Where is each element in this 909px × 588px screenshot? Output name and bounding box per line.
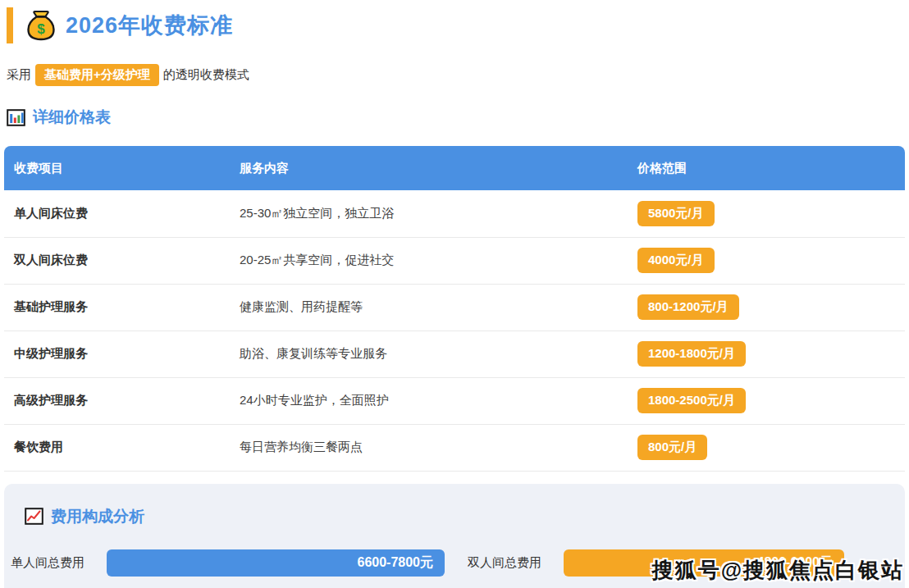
- single-room-total-value: 6600-7800元: [357, 554, 433, 572]
- svg-text:$: $: [37, 21, 45, 37]
- page-header: $ 2026年收费标准: [7, 7, 905, 44]
- price-badge: 4000元/月: [637, 248, 715, 273]
- fee-price-cell: 800元/月: [628, 424, 905, 471]
- cost-analysis-section-header: 费用构成分析: [25, 506, 888, 527]
- table-row: 单人间床位费 25-30㎡独立空间，独立卫浴 5800元/月: [4, 190, 905, 237]
- fee-service: 助浴、康复训练等专业服务: [230, 330, 628, 377]
- col-header-price: 价格范围: [628, 146, 905, 190]
- table-row: 中级护理服务 助浴、康复训练等专业服务 1200-1800元/月: [4, 330, 905, 377]
- fee-item: 双人间床位费: [4, 237, 230, 284]
- single-room-total-bar: 6600-7800元: [107, 549, 445, 577]
- subtitle: 采用 基础费用+分级护理 的透明收费模式: [7, 64, 905, 86]
- fee-price-cell: 1800-2500元/月: [628, 377, 905, 424]
- fee-price-cell: 5800元/月: [628, 190, 905, 237]
- fee-item: 中级护理服务: [4, 330, 230, 377]
- fee-service: 25-30㎡独立空间，独立卫浴: [230, 190, 628, 237]
- subtitle-suffix: 的透明收费模式: [163, 67, 249, 83]
- col-header-service: 服务内容: [230, 146, 628, 190]
- table-row: 基础护理服务 健康监测、用药提醒等 800-1200元/月: [4, 284, 905, 330]
- bar-chart-icon: [7, 109, 25, 126]
- price-table-section-header: 详细价格表: [7, 107, 905, 128]
- fee-item: 高级护理服务: [4, 377, 230, 424]
- price-table: 收费项目 服务内容 价格范围 单人间床位费 25-30㎡独立空间，独立卫浴 58…: [4, 146, 905, 472]
- watermark: 搜狐号@搜狐焦点白银站: [652, 556, 904, 585]
- fee-service: 24小时专业监护，全面照护: [230, 377, 628, 424]
- fee-service: 每日营养均衡三餐两点: [230, 424, 628, 471]
- page-title: 2026年收费标准: [66, 11, 233, 40]
- cost-analysis-section-title: 费用构成分析: [51, 506, 144, 527]
- table-row: 餐饮费用 每日营养均衡三餐两点 800元/月: [4, 424, 905, 471]
- fee-price-cell: 4000元/月: [628, 237, 905, 284]
- fee-mode-badge: 基础费用+分级护理: [35, 64, 159, 86]
- fee-service: 健康监测、用药提醒等: [230, 284, 628, 330]
- fee-item: 基础护理服务: [4, 284, 230, 330]
- table-row: 双人间床位费 20-25㎡共享空间，促进社交 4000元/月: [4, 237, 905, 284]
- price-badge: 1200-1800元/月: [637, 341, 746, 367]
- fee-item: 餐饮费用: [4, 424, 230, 471]
- fee-item: 单人间床位费: [4, 190, 230, 237]
- col-header-item: 收费项目: [4, 146, 230, 190]
- price-badge: 800元/月: [637, 435, 707, 460]
- subtitle-prefix: 采用: [7, 67, 31, 83]
- single-room-total-group: 单人间总费用 6600-7800元: [11, 549, 445, 577]
- price-table-section-title: 详细价格表: [33, 107, 111, 128]
- table-row: 高级护理服务 24小时专业监护，全面照护 1800-2500元/月: [4, 377, 905, 424]
- price-badge: 5800元/月: [637, 201, 715, 226]
- line-chart-icon: [25, 508, 43, 525]
- price-badge: 1800-2500元/月: [637, 388, 746, 413]
- price-badge: 800-1200元/月: [637, 294, 739, 320]
- money-bag-icon: $: [26, 10, 56, 41]
- table-header-row: 收费项目 服务内容 价格范围: [4, 146, 905, 190]
- fee-price-cell: 800-1200元/月: [628, 284, 905, 330]
- double-room-total-label: 双人间总费用: [468, 555, 541, 571]
- fee-service: 20-25㎡共享空间，促进社交: [230, 237, 628, 284]
- accent-bar: [7, 7, 13, 43]
- article-page: $ 2026年收费标准 采用 基础费用+分级护理 的透明收费模式 详细价格表 收…: [0, 0, 909, 588]
- fee-price-cell: 1200-1800元/月: [628, 330, 905, 377]
- single-room-total-label: 单人间总费用: [11, 555, 85, 571]
